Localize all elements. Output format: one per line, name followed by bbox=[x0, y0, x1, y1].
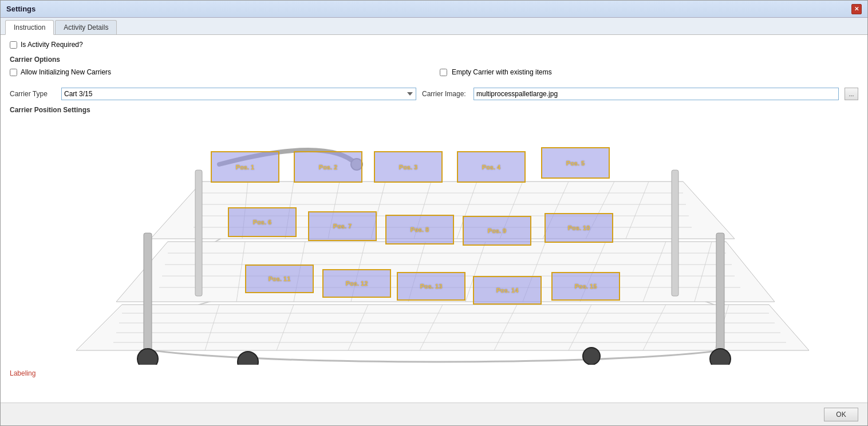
allow-init-label: Allow Initializing New Carriers bbox=[21, 68, 111, 76]
window-title: Settings bbox=[6, 5, 35, 13]
carrier-type-image-row: Carrier Type Cart 3/15 Carrier Image: ..… bbox=[10, 88, 858, 100]
settings-window: Settings ✕ Instruction Activity Details … bbox=[0, 0, 868, 426]
title-bar: Settings ✕ bbox=[1, 1, 867, 18]
position-label-9: Pos. 9 bbox=[488, 227, 506, 234]
position-box-14[interactable]: Pos. 14 bbox=[473, 276, 542, 305]
position-label-15: Pos. 15 bbox=[575, 283, 597, 290]
position-box-10[interactable]: Pos. 10 bbox=[545, 213, 613, 243]
carrier-options-label: Carrier Options bbox=[10, 56, 858, 64]
allow-init-checkbox[interactable] bbox=[10, 69, 17, 76]
position-label-7: Pos. 7 bbox=[333, 223, 352, 230]
content-area: Is Activity Required? Carrier Options Al… bbox=[1, 35, 867, 403]
carrier-type-select[interactable]: Cart 3/15 bbox=[61, 88, 416, 100]
tab-bar: Instruction Activity Details bbox=[1, 18, 867, 35]
browse-button[interactable]: ... bbox=[845, 88, 858, 100]
position-box-15[interactable]: Pos. 15 bbox=[551, 272, 620, 301]
close-button[interactable]: ✕ bbox=[851, 4, 862, 14]
allow-init-col: Allow Initializing New Carriers bbox=[10, 68, 428, 76]
carrier-type-label: Carrier Type bbox=[10, 90, 56, 98]
tab-activity-details[interactable]: Activity Details bbox=[55, 20, 117, 34]
position-box-9[interactable]: Pos. 9 bbox=[463, 216, 531, 246]
position-box-3[interactable]: Pos. 3 bbox=[374, 151, 443, 183]
empty-carrier-col: Empty Carrier with existing items bbox=[440, 68, 858, 76]
is-activity-required-checkbox[interactable] bbox=[10, 41, 17, 49]
position-box-12[interactable]: Pos. 12 bbox=[322, 269, 391, 298]
tab-instruction[interactable]: Instruction bbox=[5, 20, 54, 35]
position-box-2[interactable]: Pos. 2 bbox=[294, 151, 362, 183]
position-box-5[interactable]: Pos. 5 bbox=[541, 147, 610, 179]
is-activity-required-label: Is Activity Required? bbox=[21, 41, 83, 49]
position-box-7[interactable]: Pos. 7 bbox=[308, 211, 377, 241]
carrier-position-label: Carrier Position Settings bbox=[10, 106, 858, 114]
positions-container: Pos. 1Pos. 2Pos. 3Pos. 4Pos. 5Pos. 6Pos.… bbox=[48, 119, 820, 365]
position-label-12: Pos. 12 bbox=[346, 280, 368, 287]
footer-bar: OK bbox=[1, 403, 867, 425]
position-label-14: Pos. 14 bbox=[496, 287, 519, 294]
position-box-8[interactable]: Pos. 8 bbox=[385, 215, 454, 244]
position-label-4: Pos. 4 bbox=[482, 164, 500, 171]
carrier-image-label: Carrier Image: bbox=[422, 90, 468, 98]
position-label-6: Pos. 6 bbox=[253, 219, 271, 226]
position-label-2: Pos. 2 bbox=[319, 164, 337, 171]
position-box-13[interactable]: Pos. 13 bbox=[397, 272, 465, 301]
labeling-text: Labeling bbox=[10, 369, 858, 377]
position-label-5: Pos. 5 bbox=[566, 160, 585, 167]
position-label-10: Pos. 10 bbox=[568, 224, 590, 231]
position-label-11: Pos. 11 bbox=[269, 275, 291, 282]
position-label-13: Pos. 13 bbox=[420, 283, 443, 290]
position-label-1: Pos. 1 bbox=[236, 164, 254, 171]
carrier-position-section: Carrier Position Settings bbox=[10, 106, 858, 365]
carrier-options-section: Carrier Options Allow Initializing New C… bbox=[10, 56, 858, 100]
position-box-6[interactable]: Pos. 6 bbox=[228, 207, 297, 237]
is-activity-required-row: Is Activity Required? bbox=[10, 41, 858, 49]
cart-image-container: Pos. 1Pos. 2Pos. 3Pos. 4Pos. 5Pos. 6Pos.… bbox=[48, 119, 820, 365]
position-box-1[interactable]: Pos. 1 bbox=[211, 151, 279, 183]
position-label-3: Pos. 3 bbox=[399, 164, 417, 171]
empty-carrier-label: Empty Carrier with existing items bbox=[452, 68, 552, 76]
ok-button[interactable]: OK bbox=[824, 408, 858, 421]
carrier-image-input[interactable] bbox=[474, 88, 839, 100]
position-box-4[interactable]: Pos. 4 bbox=[457, 151, 526, 183]
scrollable-content[interactable]: Is Activity Required? Carrier Options Al… bbox=[1, 35, 867, 403]
position-label-8: Pos. 8 bbox=[411, 226, 429, 233]
empty-carrier-checkbox[interactable] bbox=[440, 69, 447, 76]
position-box-11[interactable]: Pos. 11 bbox=[245, 265, 314, 293]
carrier-checkboxes-row: Allow Initializing New Carriers Empty Ca… bbox=[10, 68, 858, 83]
